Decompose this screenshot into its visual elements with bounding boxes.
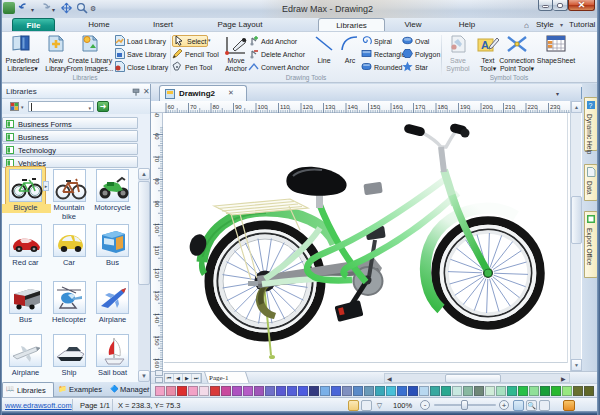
svg-text:230: 230	[550, 104, 561, 110]
svg-text:70: 70	[154, 156, 160, 163]
svg-text:80: 80	[213, 104, 220, 110]
svg-text:60: 60	[154, 133, 160, 140]
svg-text:150: 150	[370, 104, 381, 110]
svg-text:160: 160	[154, 358, 160, 369]
svg-text:60: 60	[168, 104, 175, 110]
svg-text:120: 120	[303, 104, 314, 110]
svg-text:100: 100	[154, 223, 160, 234]
svg-text:120: 120	[154, 268, 160, 279]
svg-text:170: 170	[415, 104, 426, 110]
svg-text:80: 80	[154, 178, 160, 185]
svg-text:90: 90	[154, 201, 160, 208]
svg-text:190: 190	[460, 104, 471, 110]
svg-text:210: 210	[505, 104, 516, 110]
svg-text:140: 140	[154, 313, 160, 324]
svg-text:90: 90	[235, 104, 242, 110]
svg-text:130: 130	[154, 291, 160, 302]
svg-text:?: ?	[589, 102, 593, 109]
svg-text:140: 140	[348, 104, 359, 110]
svg-text:110: 110	[280, 104, 290, 110]
svg-text:110: 110	[154, 246, 160, 256]
svg-text:50: 50	[154, 113, 160, 118]
svg-text:70: 70	[190, 104, 197, 110]
svg-text:100: 100	[258, 104, 269, 110]
svg-text:200: 200	[483, 104, 494, 110]
svg-text:150: 150	[154, 336, 160, 347]
svg-text:180: 180	[438, 104, 449, 110]
svg-text:160: 160	[393, 104, 404, 110]
svg-text:220: 220	[528, 104, 539, 110]
svg-text:130: 130	[325, 104, 336, 110]
